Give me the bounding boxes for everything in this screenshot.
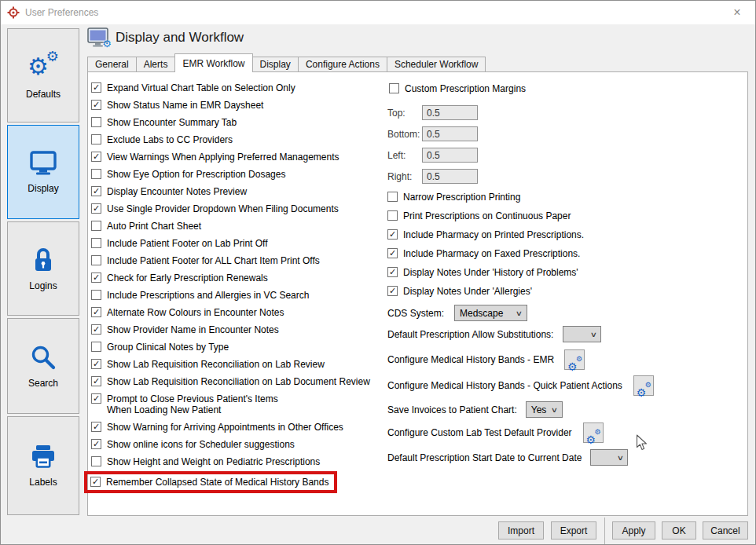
margin-label: Top: (387, 108, 422, 119)
checkbox[interactable]: ✓ (91, 186, 101, 196)
configure-bands-emr-label: Configure Medical History Bands - EMR (387, 354, 554, 365)
sidebar-item-defaults[interactable]: ⚙⚙Defaults (7, 28, 79, 123)
margin-input[interactable] (422, 105, 478, 120)
configure-bands-qpa-button[interactable]: ⚙ ⚙ (633, 375, 654, 396)
checkbox[interactable]: ✓ (91, 422, 101, 432)
right-options-column: Custom Prescription Margins Top:Bottom:L… (387, 83, 743, 470)
checkbox-row: ✓Show Provider Name in Encounter Notes (91, 324, 279, 335)
checkbox[interactable]: ✓ (91, 376, 101, 386)
save-invoices-dropdown[interactable]: Yes ∨ (526, 401, 563, 418)
checkbox[interactable]: ✓ (90, 477, 101, 487)
checkbox[interactable]: ✓ (91, 203, 101, 214)
import-button[interactable]: Import (498, 521, 544, 540)
checkbox-label: Use Single Provider Dropdown When Filing… (107, 203, 339, 214)
checkbox[interactable] (91, 238, 101, 248)
checkbox[interactable] (91, 117, 101, 127)
tab-emr-workflow[interactable]: EMR Workflow (174, 53, 252, 72)
margin-label: Bottom: (387, 129, 422, 140)
checkbox[interactable] (91, 290, 101, 300)
allow-substitutions-dropdown[interactable]: ∨ (563, 326, 601, 342)
checkbox[interactable] (91, 255, 101, 265)
sidebar-item-display[interactable]: Display (7, 125, 79, 219)
checkbox-label: Group Clinical Notes by Type (107, 342, 229, 353)
checkbox[interactable]: ✓ (387, 229, 398, 240)
checkbox[interactable]: ✓ (91, 393, 101, 404)
export-button[interactable]: Export (551, 521, 596, 540)
checkbox[interactable]: ✓ (91, 359, 101, 369)
checkbox[interactable] (91, 169, 101, 179)
checkbox[interactable] (91, 134, 101, 144)
checkbox-row: ✓Prompt to Close Previous Patient's Item… (91, 393, 278, 415)
margin-input[interactable] (422, 169, 478, 184)
checkbox[interactable] (389, 83, 399, 93)
checkbox[interactable] (91, 456, 101, 466)
checkbox-row: Include Prescriptions and Allergies in V… (91, 290, 309, 301)
tab-general[interactable]: General (87, 57, 137, 72)
monitor-icon (28, 151, 58, 176)
cancel-button[interactable]: Cancel (703, 521, 748, 540)
checkbox-row: Include Patient Footer for ALL Chart Ite… (91, 255, 320, 266)
checkbox-row: Auto Print Chart Sheet (91, 221, 201, 232)
checkbox[interactable]: ✓ (91, 272, 101, 283)
rx-start-date-dropdown[interactable]: ∨ (590, 449, 628, 466)
configure-lab-provider-button[interactable]: ⚙ ⚙ (583, 422, 604, 443)
checkbox-row: ✓Display Notes Under 'Allergies' (387, 286, 532, 297)
margin-input[interactable] (422, 126, 478, 141)
tab-alerts[interactable]: Alerts (136, 57, 176, 72)
configure-lab-provider-row: Configure Custom Lab Test Default Provid… (387, 422, 743, 443)
checkbox-row: ✓View Warnings When Applying Preferred M… (91, 152, 339, 163)
checkbox-row: ✓Show Lab Requisition Reconciliation on … (91, 359, 325, 370)
checkbox-label: Exclude Labs to CC Providers (107, 134, 233, 145)
checkbox-row: Group Clinical Notes by Type (91, 342, 229, 353)
tab-configure-actions[interactable]: Configure Actions (298, 57, 387, 72)
cds-system-dropdown[interactable]: Medscape ∨ (454, 305, 527, 321)
rx-start-date-row: Default Prescription Start Date to Curre… (387, 449, 743, 466)
checkbox-label: Show Height and Weight on Pediatric Pres… (107, 456, 320, 467)
emr-workflow-panel: ✓Expand Virtual Chart Table on Selection… (87, 71, 748, 516)
prescription-margin-fields: Top:Bottom:Left:Right: (387, 105, 743, 184)
tab-display[interactable]: Display (252, 57, 299, 72)
close-icon[interactable]: × (730, 5, 744, 20)
checkbox-label: Custom Prescription Margins (405, 83, 526, 94)
checkbox[interactable] (91, 342, 101, 352)
checkbox[interactable]: ✓ (91, 152, 101, 162)
titlebar: User Preferences × (1, 1, 755, 24)
checkbox[interactable]: ✓ (387, 248, 398, 258)
sidebar-item-label: Defaults (26, 89, 61, 100)
margin-input[interactable] (422, 148, 478, 163)
checkbox[interactable]: ✓ (91, 324, 101, 335)
footer: Import Export Apply OK Cancel (1, 516, 756, 545)
checkbox[interactable]: ✓ (91, 307, 101, 317)
checkbox[interactable] (387, 192, 398, 202)
checkbox[interactable] (387, 210, 398, 221)
checkbox-row: ✓Use Single Provider Dropdown When Filin… (91, 203, 339, 214)
checkbox-label: Include Patient Footer for ALL Chart Ite… (107, 255, 320, 266)
checkbox-label: Prompt to Close Previous Patient's Items… (107, 393, 278, 415)
checkbox-row: ✓Alternate Row Colours in Encounter Note… (91, 307, 284, 318)
cds-system-value: Medscape (460, 308, 503, 319)
ok-button[interactable]: OK (662, 521, 696, 540)
checkbox-label: Display Notes Under 'Allergies' (403, 286, 532, 297)
sidebar-item-labels[interactable]: Labels (7, 416, 79, 515)
checkbox-label: View Warnings When Applying Preferred Ma… (107, 152, 339, 163)
checkbox-row: Show Height and Weight on Pediatric Pres… (91, 456, 320, 467)
checkbox[interactable]: ✓ (91, 439, 101, 449)
checkbox[interactable]: ✓ (91, 82, 101, 93)
checkbox-label: Remember Collapsed State of Medical Hist… (106, 477, 328, 488)
checkbox[interactable]: ✓ (387, 267, 398, 277)
checkbox[interactable]: ✓ (387, 286, 398, 296)
checkbox[interactable] (91, 221, 101, 231)
checkbox[interactable]: ✓ (91, 100, 101, 110)
sidebar-item-logins[interactable]: Logins (7, 221, 79, 316)
gears-icon: ⚙ (576, 352, 582, 366)
configure-bands-emr-button[interactable]: ⚙ ⚙ (564, 349, 585, 370)
apply-button[interactable]: Apply (612, 521, 655, 540)
save-invoices-label: Save Invoices to Patient Chart: (387, 404, 517, 415)
sidebar-item-search[interactable]: Search (7, 318, 79, 414)
allow-substitutions-label: Default Prescription Allow Substitutions… (387, 329, 553, 340)
tab-scheduler-workflow[interactable]: Scheduler Workflow (387, 57, 486, 72)
checkbox-label: Show Provider Name in Encounter Notes (107, 324, 279, 335)
checkbox-label: Narrow Prescription Printing (403, 192, 520, 203)
checkbox-row: ✓Include Pharmacy on Faxed Prescriptions… (387, 248, 580, 259)
checkbox-row: ✓Display Notes Under 'History of Problem… (387, 267, 578, 278)
